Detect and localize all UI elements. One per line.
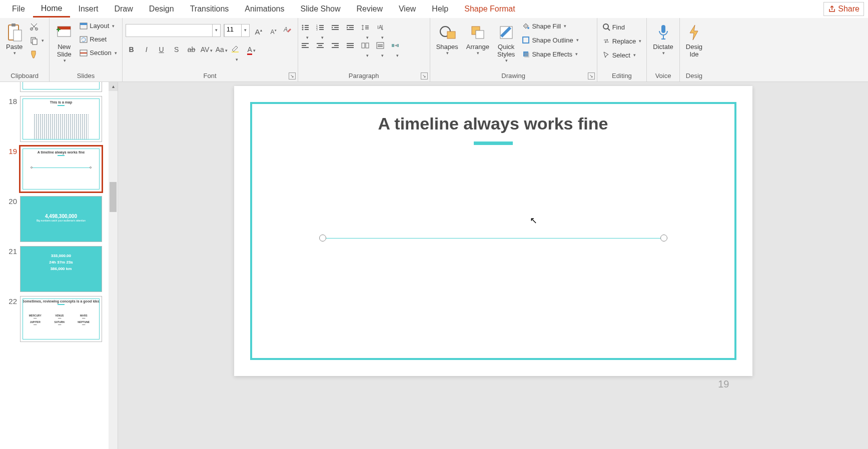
increase-font-button[interactable]: A▴ bbox=[253, 25, 265, 36]
font-name-combo[interactable]: ▾ bbox=[126, 24, 221, 37]
shape-fill-button[interactable]: Shape Fill▾ bbox=[520, 21, 580, 31]
svg-rect-43 bbox=[317, 47, 324, 48]
text-direction-icon: ⅠA bbox=[376, 24, 384, 31]
tab-animations[interactable]: Animations bbox=[237, 2, 292, 16]
cut-button[interactable] bbox=[28, 21, 46, 32]
shape-effects-button[interactable]: Shape Effects▾ bbox=[520, 49, 580, 59]
align-text-button[interactable]: ▾ bbox=[376, 42, 388, 53]
select-button[interactable]: Select▾ bbox=[600, 50, 644, 60]
timeline-node-right[interactable] bbox=[660, 234, 667, 242]
paste-button[interactable]: Paste▾ bbox=[3, 20, 26, 58]
find-button[interactable]: Find bbox=[600, 22, 644, 32]
char-spacing-button[interactable]: AV▾ bbox=[201, 44, 213, 55]
layout-button[interactable]: Layout▾ bbox=[78, 21, 119, 30]
thumbnail-19[interactable]: 19 A timeline always works fine bbox=[0, 144, 118, 194]
tab-design[interactable]: Design bbox=[141, 2, 182, 16]
font-dialog-launcher[interactable]: ↘ bbox=[289, 72, 296, 80]
tab-draw[interactable]: Draw bbox=[106, 2, 141, 16]
justify-icon bbox=[346, 42, 354, 49]
slide-frame-shape[interactable] bbox=[250, 102, 736, 360]
highlight-icon bbox=[231, 44, 240, 53]
share-label: Share bbox=[838, 4, 859, 14]
italic-button[interactable]: I bbox=[141, 44, 153, 55]
tab-view[interactable]: View bbox=[391, 2, 424, 16]
drawing-dialog-launcher[interactable]: ↘ bbox=[588, 72, 595, 80]
reset-button[interactable]: Reset bbox=[78, 34, 119, 44]
scroll-up-button[interactable]: ▴ bbox=[109, 82, 118, 91]
tab-shape-format[interactable]: Shape Format bbox=[456, 2, 523, 16]
group-slides: New Slide▾ Layout▾ Reset Section▾ Slides bbox=[50, 18, 122, 82]
paragraph-dialog-launcher[interactable]: ↘ bbox=[421, 72, 428, 80]
thumbnail-scrollbar[interactable]: ▴ bbox=[109, 82, 118, 449]
strikethrough-button[interactable]: ab bbox=[186, 44, 198, 55]
increase-indent-button[interactable] bbox=[346, 24, 358, 35]
scissors-icon bbox=[30, 22, 39, 31]
quick-styles-button[interactable]: Quick Styles▾ bbox=[494, 20, 518, 65]
arrange-button[interactable]: Arrange▾ bbox=[463, 20, 492, 58]
bullets-button[interactable]: ▾ bbox=[301, 24, 313, 35]
copy-button[interactable]: ▾ bbox=[28, 35, 46, 46]
dictate-button[interactable]: Dictate▾ bbox=[650, 20, 676, 58]
text-direction-button[interactable]: ⅠA▾ bbox=[376, 24, 388, 35]
format-painter-button[interactable] bbox=[28, 49, 46, 60]
paste-label: Paste bbox=[6, 43, 23, 50]
clear-formatting-button[interactable]: A bbox=[283, 25, 295, 36]
shadow-button[interactable]: S bbox=[171, 44, 183, 55]
font-color-button[interactable]: A▾ bbox=[246, 44, 258, 55]
slide-thumbnail-pane[interactable]: 18 This is a map 19 A timeline always wo… bbox=[0, 82, 118, 449]
underline-button[interactable]: U bbox=[156, 44, 168, 55]
tab-insert[interactable]: Insert bbox=[70, 2, 106, 16]
numbering-button[interactable]: 123▾ bbox=[316, 24, 328, 35]
highlight-button[interactable]: ▾ bbox=[231, 44, 243, 55]
thumbnail-21[interactable]: 21 333,000.00 24h 37m 23s 386,000 km bbox=[0, 244, 118, 294]
justify-button[interactable] bbox=[346, 42, 358, 53]
thumbnail-20[interactable]: 20 4,498,300,000 Big numbers catch your … bbox=[0, 194, 118, 244]
timeline-node-left[interactable] bbox=[319, 234, 326, 242]
line-spacing-button[interactable]: ▾ bbox=[361, 24, 373, 35]
thumbnail-17[interactable] bbox=[0, 82, 118, 94]
group-clipboard: Paste▾ ▾ Clipboard bbox=[0, 18, 50, 82]
smartart-button[interactable]: ▾ bbox=[391, 42, 403, 53]
section-button[interactable]: Section▾ bbox=[78, 48, 119, 58]
thumbnail-22[interactable]: 22 Sometimes, reviewing concepts is a go… bbox=[0, 294, 118, 344]
scrollbar-thumb[interactable] bbox=[110, 182, 117, 212]
replace-button[interactable]: Replace▾ bbox=[600, 36, 644, 46]
tab-home[interactable]: Home bbox=[33, 1, 71, 18]
columns-button[interactable]: ▾ bbox=[361, 42, 373, 53]
new-slide-button[interactable]: New Slide▾ bbox=[53, 20, 76, 65]
tab-transitions[interactable]: Transitions bbox=[182, 2, 237, 16]
decrease-indent-button[interactable] bbox=[331, 24, 343, 35]
decrease-font-button[interactable]: A▾ bbox=[268, 25, 280, 36]
svg-rect-30 bbox=[332, 29, 339, 30]
svg-rect-34 bbox=[365, 26, 369, 26]
timeline-line-shape[interactable] bbox=[319, 238, 667, 238]
outline-icon bbox=[522, 36, 530, 44]
group-font-label: Font bbox=[126, 71, 295, 82]
group-editing: Find Replace▾ Select▾ Editing bbox=[597, 18, 647, 82]
tab-review[interactable]: Review bbox=[349, 2, 391, 16]
align-left-button[interactable] bbox=[301, 42, 313, 53]
design-ideas-button[interactable]: Desig Ide bbox=[683, 20, 705, 60]
bold-button[interactable]: B bbox=[126, 44, 138, 55]
outdent-icon bbox=[331, 24, 339, 31]
change-case-button[interactable]: Aa▾ bbox=[216, 44, 228, 55]
indent-icon bbox=[346, 24, 354, 31]
shape-outline-button[interactable]: Shape Outline▾ bbox=[520, 35, 580, 45]
svg-rect-6 bbox=[33, 39, 37, 44]
font-size-combo[interactable]: 11▾ bbox=[224, 24, 250, 37]
tab-file[interactable]: File bbox=[4, 2, 33, 16]
tab-slideshow[interactable]: Slide Show bbox=[292, 2, 348, 16]
align-center-button[interactable] bbox=[316, 42, 328, 53]
group-paragraph-label: Paragraph bbox=[301, 71, 427, 82]
current-slide[interactable]: A timeline always works fine ↖ 19 bbox=[234, 86, 752, 376]
share-button[interactable]: Share bbox=[823, 2, 864, 16]
svg-rect-28 bbox=[332, 25, 339, 26]
align-right-button[interactable] bbox=[331, 42, 343, 53]
tab-help[interactable]: Help bbox=[424, 2, 456, 16]
effects-icon bbox=[522, 50, 530, 58]
svg-rect-46 bbox=[332, 47, 339, 48]
slide-editor[interactable]: A timeline always works fine ↖ 19 bbox=[118, 82, 868, 449]
svg-point-20 bbox=[302, 29, 303, 30]
thumbnail-18[interactable]: 18 This is a map bbox=[0, 94, 118, 144]
shapes-button[interactable]: Shapes▾ bbox=[433, 20, 461, 58]
